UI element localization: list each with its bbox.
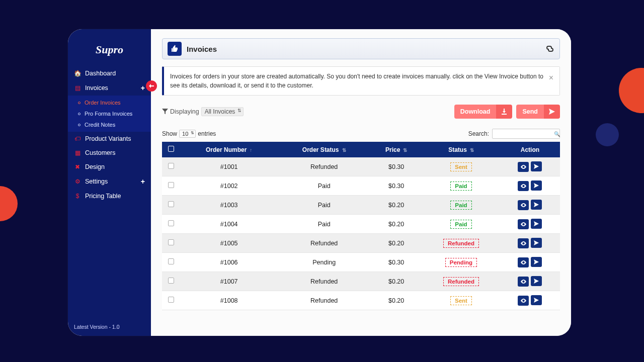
sidebar-item-pricing-table[interactable]: $ Pricing Table xyxy=(68,189,151,203)
view-button[interactable] xyxy=(518,219,529,229)
send-row-button[interactable] xyxy=(531,219,542,229)
bullet-icon xyxy=(78,113,80,115)
row-checkbox[interactable] xyxy=(168,258,174,264)
filter-label: Displaying xyxy=(170,108,199,115)
cell-order-number: #1001 xyxy=(180,157,278,176)
status-badge: Sent xyxy=(450,162,472,171)
close-icon[interactable]: × xyxy=(549,72,553,84)
view-button[interactable] xyxy=(518,296,529,306)
sidebar-subitem-pro-forma[interactable]: Pro Forma Invoices xyxy=(68,108,151,119)
filter-control: Displaying All Invoices xyxy=(162,107,244,116)
send-row-button[interactable] xyxy=(531,276,542,286)
sort-asc-icon: ↑ xyxy=(250,147,252,153)
sort-icon: ⇅ xyxy=(470,147,474,153)
sidebar-subitem-label: Order Invoices xyxy=(85,100,121,106)
cell-order-number: #1002 xyxy=(180,176,278,196)
status-badge: Paid xyxy=(450,220,471,229)
status-badge: Paid xyxy=(450,182,471,191)
logo: Supro xyxy=(68,43,151,56)
download-button[interactable]: Download xyxy=(454,105,513,119)
send-row-button[interactable] xyxy=(531,238,542,248)
row-checkbox[interactable] xyxy=(168,220,174,226)
plus-icon: + xyxy=(141,84,145,92)
send-row-button[interactable] xyxy=(531,295,542,305)
cell-price: $0.20 xyxy=(370,291,422,310)
col-order-number[interactable]: Order Number xyxy=(206,146,247,153)
sidebar-item-design[interactable]: ✖ Design xyxy=(68,160,151,174)
view-button[interactable] xyxy=(518,200,529,210)
invoices-submenu: Order Invoices Pro Forma Invoices Credit… xyxy=(68,96,151,132)
sidebar-item-customers[interactable]: ▦ Customers xyxy=(68,146,151,160)
filter-select[interactable]: All Invoices xyxy=(201,107,244,116)
entries-label: entries xyxy=(198,130,216,137)
cell-order-status: Paid xyxy=(278,196,370,215)
sort-icon: ⇅ xyxy=(403,147,407,153)
sidebar-item-label: Dashboard xyxy=(85,70,116,77)
button-label: Send xyxy=(516,105,544,119)
sidebar-item-label: Customers xyxy=(85,149,115,156)
cell-price: $0.20 xyxy=(370,272,422,291)
sidebar-toggle-button[interactable] xyxy=(146,80,157,92)
cell-order-number: #1005 xyxy=(180,234,278,253)
info-alert: Invoices for orders in your store are cr… xyxy=(162,66,560,96)
row-checkbox[interactable] xyxy=(168,297,174,303)
row-checkbox[interactable] xyxy=(168,182,174,188)
sidebar-subitem-credit-notes[interactable]: Credit Notes xyxy=(68,119,151,130)
cell-order-number: #1003 xyxy=(180,196,278,215)
view-button[interactable] xyxy=(518,162,529,172)
row-checkbox[interactable] xyxy=(168,239,174,245)
home-icon: 🏠 xyxy=(74,70,81,77)
select-all-checkbox[interactable] xyxy=(168,146,174,152)
send-row-button[interactable] xyxy=(531,257,542,267)
search-icon: 🔍 xyxy=(554,131,560,137)
view-button[interactable] xyxy=(518,277,529,287)
cell-price: $0.20 xyxy=(370,196,422,215)
search-input[interactable] xyxy=(492,129,560,139)
sidebar-item-dashboard[interactable]: 🏠 Dashboard xyxy=(68,66,151,80)
cell-price: $0.30 xyxy=(370,176,422,196)
gear-icon: ⚙ xyxy=(74,178,81,185)
filter-icon xyxy=(162,109,168,115)
page-size-select[interactable]: 10 xyxy=(179,130,196,138)
download-icon xyxy=(496,105,512,119)
cell-order-status: Paid xyxy=(278,215,370,234)
view-button[interactable] xyxy=(518,238,529,248)
link-icon[interactable] xyxy=(545,45,554,53)
cell-order-status: Pending xyxy=(278,253,370,272)
send-row-button[interactable] xyxy=(531,180,542,191)
tag-icon: 🏷 xyxy=(74,135,81,142)
sidebar-item-product-variants[interactable]: 🏷 Product Variants xyxy=(68,132,151,146)
bullet-icon xyxy=(78,102,80,104)
cell-order-number: #1008 xyxy=(180,291,278,310)
view-button[interactable] xyxy=(518,181,529,191)
table-row: #1007Refunded$0.20Refunded xyxy=(162,272,560,291)
main-content: Invoices Invoices for orders in your sto… xyxy=(151,29,571,336)
view-button[interactable] xyxy=(518,257,529,267)
button-label: Download xyxy=(454,105,497,119)
sidebar-item-invoices[interactable]: ▤ Invoices + xyxy=(68,80,151,96)
send-row-button[interactable] xyxy=(531,161,542,171)
col-action: Action xyxy=(521,146,539,153)
cell-order-status: Refunded xyxy=(278,272,370,291)
row-checkbox[interactable] xyxy=(168,201,174,207)
sidebar-item-settings[interactable]: ⚙ Settings + xyxy=(68,174,151,189)
dollar-icon: $ xyxy=(74,193,81,200)
send-button[interactable]: Send xyxy=(516,105,560,119)
page-size-control: Show 10 entries xyxy=(162,130,216,138)
page-title: Invoices xyxy=(187,45,217,53)
row-checkbox[interactable] xyxy=(168,278,174,284)
cell-order-status: Refunded xyxy=(278,291,370,310)
col-order-status[interactable]: Order Status xyxy=(302,146,339,153)
cell-order-number: #1007 xyxy=(180,272,278,291)
sidebar-subitem-order-invoices[interactable]: Order Invoices xyxy=(68,97,151,108)
table-row: #1001Refunded$0.30Sent xyxy=(162,157,560,176)
col-price[interactable]: Price xyxy=(385,146,400,153)
cell-price: $0.20 xyxy=(370,215,422,234)
row-checkbox[interactable] xyxy=(168,163,174,169)
alert-text: Invoices for orders in your store are cr… xyxy=(170,72,549,90)
file-icon: ▤ xyxy=(74,84,81,92)
send-icon xyxy=(544,105,560,119)
send-row-button[interactable] xyxy=(531,200,542,210)
sidebar: Supro 🏠 Dashboard ▤ Invoices + Order Inv… xyxy=(68,29,151,336)
col-status[interactable]: Status xyxy=(448,146,467,153)
